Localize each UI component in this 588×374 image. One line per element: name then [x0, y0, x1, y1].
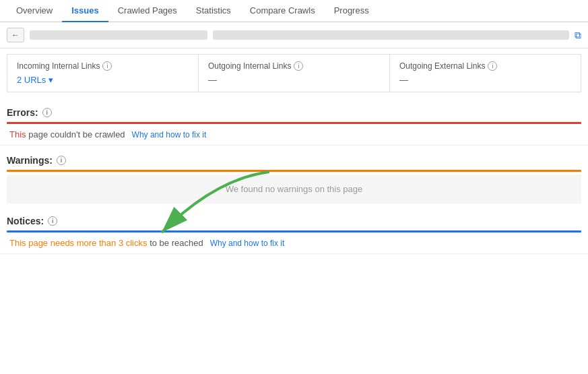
- nav-tabs: Overview Issues Crawled Pages Statistics…: [0, 0, 588, 22]
- url-bar: ← ⧉: [0, 22, 588, 49]
- outgoing-external-title: Outgoing External Links i: [399, 61, 571, 71]
- links-bar: Incoming Internal Links i 2 URLs ▾ Outgo…: [7, 54, 581, 92]
- incoming-links-value[interactable]: 2 URLs ▾: [17, 75, 189, 85]
- tab-crawled-pages[interactable]: Crawled Pages: [108, 0, 187, 22]
- outgoing-internal-title: Outgoing Internal Links i: [208, 61, 380, 71]
- incoming-links-title: Incoming Internal Links i: [17, 61, 189, 71]
- tab-statistics[interactable]: Statistics: [187, 0, 240, 22]
- incoming-info-icon[interactable]: i: [102, 61, 112, 71]
- notices-header: Notices: i: [0, 206, 588, 230]
- error-text: page couldn't be crawled: [28, 129, 125, 139]
- tab-progress[interactable]: Progress: [325, 0, 379, 22]
- errors-header: Errors: i: [0, 98, 588, 122]
- url-placeholder: [30, 30, 207, 40]
- outgoing-external-info-icon[interactable]: i: [488, 61, 497, 71]
- url-text-placeholder: [213, 30, 569, 40]
- tab-compare-crawls[interactable]: Compare Crawls: [240, 0, 325, 22]
- notice-item: This page needs more than 3 clicks to be…: [0, 232, 588, 254]
- incoming-links-section: Incoming Internal Links i 2 URLs ▾: [7, 55, 199, 92]
- chevron-down-icon: ▾: [48, 75, 53, 85]
- tab-issues[interactable]: Issues: [62, 0, 108, 22]
- warnings-info-icon[interactable]: i: [57, 156, 66, 165]
- outgoing-internal-section: Outgoing Internal Links i —: [199, 55, 390, 92]
- errors-info-icon[interactable]: i: [42, 108, 52, 117]
- notices-info-icon[interactable]: i: [48, 216, 57, 226]
- error-fix-link[interactable]: Why and how to fix it: [132, 130, 207, 139]
- outgoing-internal-info-icon[interactable]: i: [294, 61, 303, 71]
- outgoing-internal-value: —: [208, 75, 380, 85]
- error-item: This page couldn't be crawled Why and ho…: [0, 124, 588, 146]
- notice-text: to be reached: [150, 238, 203, 248]
- notice-fix-link[interactable]: Why and how to fix it: [210, 239, 285, 248]
- warnings-title: Warnings:: [7, 155, 53, 166]
- back-button[interactable]: ←: [7, 28, 24, 42]
- notices-title: Notices:: [7, 216, 44, 226]
- errors-title: Errors:: [7, 107, 38, 118]
- warnings-header: Warnings: i: [0, 146, 588, 170]
- outgoing-external-value: —: [399, 75, 571, 85]
- no-warnings-message: We found no warnings on this page: [7, 175, 581, 204]
- external-link-icon[interactable]: ⧉: [575, 30, 581, 41]
- warnings-divider: [7, 170, 581, 172]
- error-highlight: This: [9, 129, 26, 139]
- tab-overview[interactable]: Overview: [7, 0, 62, 22]
- notice-highlight: This page needs more than 3 clicks: [9, 238, 148, 248]
- outgoing-external-section: Outgoing External Links i —: [390, 55, 581, 92]
